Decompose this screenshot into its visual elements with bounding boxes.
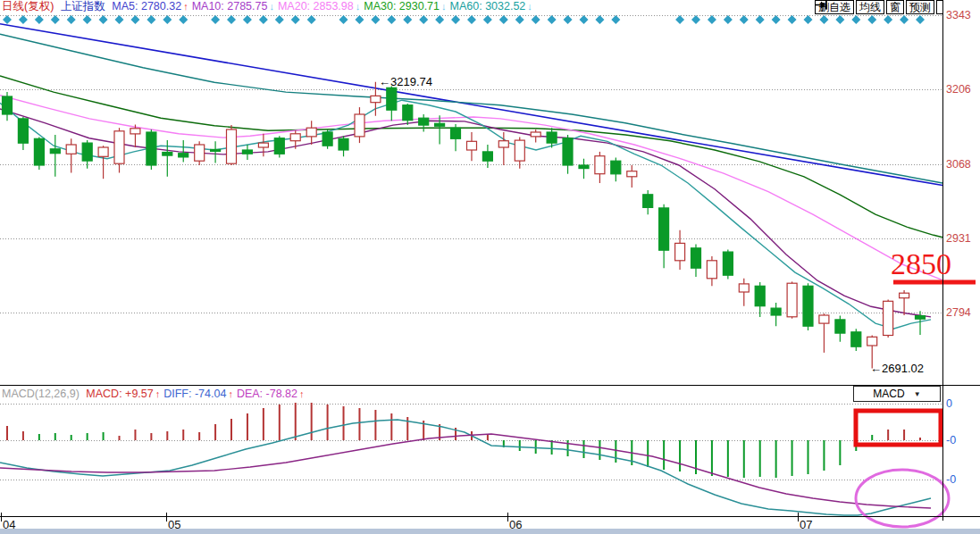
candle-body <box>835 320 845 333</box>
diamond-marker <box>691 15 700 24</box>
diamond-marker <box>355 15 364 24</box>
macd-indicator-label: MACD(12,26,9) <box>2 388 80 400</box>
high-price-annotation: ←3219.74 <box>379 75 432 88</box>
diamond-marker <box>884 15 892 24</box>
candle-body <box>355 114 364 137</box>
diamond-marker <box>211 15 220 24</box>
candle-body <box>916 316 926 320</box>
diamond-marker <box>115 15 124 24</box>
down-arrow-icon: ↓ <box>441 1 447 12</box>
candle-body <box>258 143 268 147</box>
candle-body <box>130 129 140 134</box>
diamond-marker <box>611 15 620 24</box>
candle-body <box>755 286 765 305</box>
macd-panel <box>0 403 931 515</box>
candle-body <box>739 284 749 292</box>
ma-value: MA60: 3032.52 <box>450 0 526 13</box>
candle-body <box>819 315 829 323</box>
diamond-marker <box>788 15 797 24</box>
candle-body <box>387 88 397 110</box>
down-arrow-icon: ↓ <box>527 1 532 12</box>
diamond-marker <box>819 15 828 24</box>
diamond-marker <box>548 15 557 24</box>
forecast-button[interactable]: 预测 <box>906 0 934 14</box>
diamond-marker <box>419 15 428 24</box>
indicator-select-dropdown[interactable]: MACD ▼ <box>853 386 941 402</box>
candle-body <box>290 134 300 141</box>
price-tick-label: 2794 <box>946 306 971 319</box>
diamond-marker <box>99 15 108 24</box>
diamond-marker <box>851 15 860 24</box>
diamond-marker <box>163 15 172 24</box>
diamond-marker <box>515 15 524 24</box>
candle-body <box>435 123 445 126</box>
indicator-selected-value: MACD <box>873 388 904 400</box>
candle-body <box>211 149 221 151</box>
candle-body <box>163 153 172 156</box>
diamond-marker <box>35 15 44 24</box>
diamond-marker <box>227 15 236 24</box>
diamond-marker <box>130 15 139 24</box>
diamond-marker <box>708 15 716 24</box>
diamond-marker <box>67 15 76 24</box>
diamond-marker <box>675 15 684 24</box>
bottom-scroll-strip[interactable] <box>0 529 980 534</box>
diamond-marker <box>564 15 573 24</box>
candle-body <box>482 152 492 161</box>
diamond-markers <box>3 15 925 24</box>
candle-body <box>34 138 44 165</box>
candle-body <box>306 128 316 137</box>
diamond-marker <box>403 15 412 24</box>
candle-body <box>787 283 797 317</box>
diamond-marker <box>387 15 396 24</box>
macd-header-bar: MACD(12,26,9) MACD: +9.57↑DIFF: -74.04↑D… <box>2 387 311 401</box>
ma-value: MA10: 2785.75 <box>192 0 268 13</box>
candle-body <box>867 337 877 346</box>
candle-body <box>659 208 669 250</box>
diamond-marker <box>51 15 60 24</box>
gridlines <box>0 16 942 480</box>
candle-body <box>531 132 540 137</box>
diamond-marker <box>532 15 540 24</box>
candle-body <box>884 301 893 335</box>
toolbar: 删自选 均线 窗 预测 <box>815 0 943 14</box>
diamond-marker <box>756 15 765 24</box>
candle-body <box>707 261 716 279</box>
candle-body <box>515 140 524 161</box>
collapse-panel-button[interactable] <box>936 0 943 14</box>
ma-settings-button[interactable]: 均线 <box>856 0 884 14</box>
candle-body <box>595 156 605 174</box>
down-arrow-icon: ↓ <box>269 1 274 12</box>
chevron-down-icon: ▼ <box>914 390 921 398</box>
macd-tick-label: 0 <box>946 397 952 410</box>
window-button[interactable]: 窗 <box>886 0 904 14</box>
diamond-marker <box>483 15 492 24</box>
candle-body <box>803 286 813 326</box>
diamond-marker <box>147 15 155 24</box>
trendline <box>0 24 942 186</box>
diamond-marker <box>499 15 508 24</box>
candle-body <box>179 154 188 157</box>
candle-body <box>18 119 28 143</box>
diamond-marker <box>243 15 252 24</box>
arrow-to-bar-icon <box>815 0 827 10</box>
price-tick-label: 3068 <box>946 158 971 171</box>
candle-body <box>451 128 461 138</box>
candle-body <box>691 248 701 268</box>
diamond-marker <box>595 15 604 24</box>
candle-body <box>50 149 60 154</box>
chart-canvas[interactable] <box>0 0 980 534</box>
diamond-marker <box>451 15 460 24</box>
diamond-marker <box>772 15 781 24</box>
up-arrow-icon: ↑ <box>183 1 188 12</box>
diamond-marker <box>307 15 316 24</box>
diamond-marker <box>371 15 380 24</box>
candlesticks <box>3 82 926 369</box>
candle-body <box>547 132 557 143</box>
candle-body <box>419 118 429 125</box>
up-arrow-icon: ↑ <box>228 388 233 399</box>
symbol-name: 上证指数 <box>61 0 105 13</box>
up-arrow-icon: ↑ <box>155 388 161 399</box>
candle-body <box>771 308 781 315</box>
macd-tick-label: -0 <box>946 473 956 486</box>
